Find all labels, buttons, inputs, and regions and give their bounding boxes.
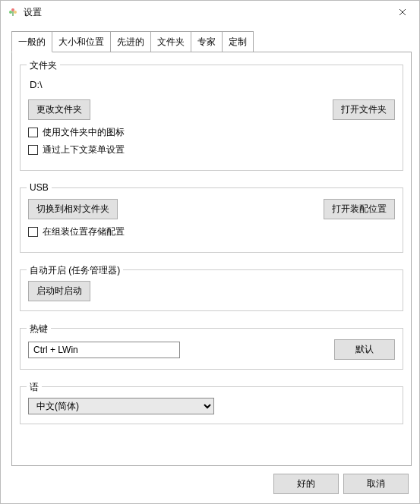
group-autostart: 自动开启 (任务管理器) 启动时启动 (20, 269, 403, 311)
store-config-assembly-checkbox[interactable] (28, 227, 38, 237)
close-button[interactable] (385, 1, 419, 24)
cancel-button[interactable]: 取消 (343, 474, 409, 494)
use-folder-icons-checkbox[interactable] (28, 128, 38, 137)
app-icon (7, 6, 19, 18)
folder-path: D:\ (30, 79, 393, 90)
group-autostart-label: 自动开启 (任务管理器) (27, 264, 123, 277)
group-usb: USB 切换到相对文件夹 打开装配位置 在组装位置存储配置 (20, 187, 403, 253)
group-language-label: 语 (27, 381, 42, 394)
tab-size-position[interactable]: 大小和位置 (52, 31, 111, 52)
svg-point-1 (9, 11, 12, 14)
tab-custom[interactable]: 定制 (222, 31, 254, 52)
svg-rect-3 (12, 11, 13, 16)
tab-expert[interactable]: 专家 (191, 31, 223, 52)
svg-point-0 (11, 8, 14, 11)
open-assembly-location-button[interactable]: 打开装配位置 (324, 199, 395, 219)
autostart-toggle-button[interactable]: 启动时启动 (28, 281, 90, 301)
via-context-menu-checkbox[interactable] (28, 145, 38, 155)
language-select[interactable]: 中文(简体) (28, 398, 214, 414)
svg-point-2 (14, 11, 17, 14)
window-title: 设置 (24, 6, 42, 19)
tab-advanced[interactable]: 先进的 (110, 31, 151, 52)
tab-folders[interactable]: 文件夹 (150, 31, 191, 52)
tab-strip: 一般的 大小和位置 先进的 文件夹 专家 定制 (11, 31, 419, 52)
use-folder-icons-label: 使用文件夹中的图标 (43, 126, 125, 139)
store-config-assembly-label: 在组装位置存储配置 (43, 225, 125, 238)
open-folder-button[interactable]: 打开文件夹 (333, 99, 395, 120)
group-hotkey-label: 热键 (27, 323, 51, 335)
ok-button[interactable]: 好的 (273, 474, 339, 494)
group-folder-label: 文件夹 (27, 59, 60, 72)
change-folder-button[interactable]: 更改文件夹 (28, 99, 90, 120)
hotkey-default-button[interactable]: 默认 (334, 339, 395, 360)
group-hotkey: 热键 默认 (20, 328, 403, 370)
tab-general[interactable]: 一般的 (11, 31, 52, 52)
switch-relative-folder-button[interactable]: 切换到相对文件夹 (28, 199, 118, 219)
group-usb-label: USB (27, 182, 52, 193)
via-context-menu-label: 通过上下文菜单设置 (43, 143, 125, 156)
group-folder: 文件夹 D:\ 更改文件夹 打开文件夹 使用文件夹中的图标 通过上下文菜单设置 (20, 65, 403, 171)
group-language: 语 中文(简体) (20, 386, 403, 424)
hotkey-input[interactable] (28, 342, 180, 358)
